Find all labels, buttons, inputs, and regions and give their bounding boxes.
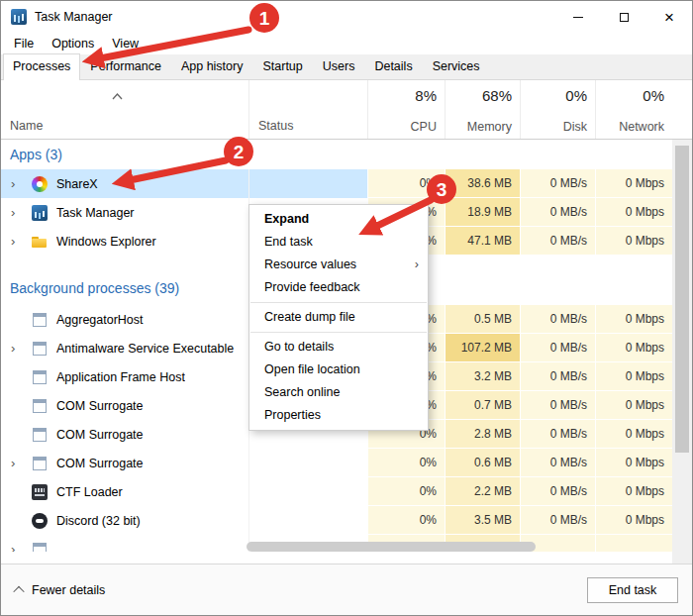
process-name: Discord (32 bit) <box>56 514 141 528</box>
disk-cell: 0 MB/s <box>520 449 595 477</box>
status-column-label: Status <box>258 119 293 133</box>
context-menu-item-end-task[interactable]: End task <box>249 231 428 254</box>
ctf-loader-icon <box>32 484 48 500</box>
process-row-ctf-loader[interactable]: CTF Loader 0% 2.2 MB 0 MB/s 0 Mbps <box>1 477 672 506</box>
tab-performance[interactable]: Performance <box>80 53 171 79</box>
process-name: COM Surrogate <box>56 399 144 413</box>
disk-cell: 0 MB/s <box>520 477 595 506</box>
network-cell: 0 Mbps <box>595 169 672 198</box>
process-name: Application Frame Host <box>56 370 185 384</box>
tab-startup[interactable]: Startup <box>252 53 312 79</box>
expand-chevron-icon[interactable]: › <box>8 341 32 356</box>
status-cell <box>248 477 367 506</box>
vertical-scrollbar-thumb[interactable] <box>675 146 689 453</box>
generic-process-icon <box>32 369 48 385</box>
submenu-chevron-icon: › <box>415 254 419 276</box>
context-menu-item-search-online[interactable]: Search online <box>249 381 428 404</box>
menu-file[interactable]: File <box>5 35 43 52</box>
titlebar: Task Manager × <box>1 1 692 33</box>
tab-details[interactable]: Details <box>364 53 422 79</box>
generic-process-icon <box>32 312 48 328</box>
network-cell: 0 Mbps <box>595 449 672 477</box>
memory-cell: 38.6 MB <box>445 169 520 198</box>
maximize-button[interactable] <box>601 1 646 33</box>
cpu-cell: 0% <box>367 506 445 535</box>
memory-cell: 3.5 MB <box>445 506 520 535</box>
context-menu-item-properties[interactable]: Properties <box>249 404 428 427</box>
column-header-row: Name Status 8% CPU 68% Memory 0% Disk 0%… <box>1 80 692 140</box>
context-menu-item-open-file-location[interactable]: Open file location <box>249 359 428 381</box>
name-column-label: Name <box>10 119 43 133</box>
network-cell: 0 Mbps <box>595 420 672 449</box>
task-manager-app-icon <box>11 9 27 25</box>
expand-chevron-icon[interactable]: › <box>8 456 32 470</box>
process-name: CTF Loader <box>56 485 123 499</box>
network-cell: 0 Mbps <box>595 477 672 506</box>
network-cell: 0 Mbps <box>595 227 672 256</box>
cpu-cell: 0% <box>367 449 445 477</box>
column-header-cpu[interactable]: 8% CPU <box>367 80 445 139</box>
column-header-network[interactable]: 0% Network <box>595 80 672 139</box>
memory-column-label: Memory <box>467 120 512 134</box>
cpu-cell: 0% <box>367 169 445 198</box>
menu-view[interactable]: View <box>103 35 148 52</box>
generic-process-icon <box>32 398 48 414</box>
context-menu-item-provide-feedback[interactable]: Provide feedback <box>249 276 428 299</box>
process-name: Windows Explorer <box>56 235 156 249</box>
context-menu-item-expand[interactable]: Expand <box>249 208 428 231</box>
cpu-column-label: CPU <box>411 120 437 134</box>
sharex-icon <box>32 176 48 192</box>
column-header-status[interactable]: Status <box>248 80 367 139</box>
expand-chevron-icon[interactable]: › <box>8 234 32 249</box>
tab-services[interactable]: Services <box>423 53 490 79</box>
vertical-scrollbar[interactable] <box>672 140 692 564</box>
memory-cell: 47.1 MB <box>445 227 520 256</box>
menu-separator <box>250 302 427 303</box>
memory-cell: 18.9 MB <box>445 198 520 227</box>
resource-values-label: Resource values <box>264 257 356 271</box>
memory-cell: 2.2 MB <box>445 477 520 506</box>
fewer-details-toggle[interactable]: Fewer details <box>15 583 105 597</box>
column-header-memory[interactable]: 68% Memory <box>445 80 520 139</box>
context-menu-item-create-dump-file[interactable]: Create dump file <box>249 306 428 329</box>
process-row-sharex[interactable]: › ShareX 0% 38.6 MB 0 MB/s 0 Mbps <box>1 169 672 198</box>
tab-app-history[interactable]: App history <box>171 53 253 79</box>
process-name: AggregatorHost <box>56 313 144 327</box>
menu-options[interactable]: Options <box>43 35 103 52</box>
chevron-up-icon <box>13 585 24 596</box>
network-total-percent: 0% <box>643 87 664 104</box>
memory-cell: 0.7 MB <box>445 391 520 420</box>
disk-column-label: Disk <box>563 120 587 134</box>
horizontal-scrollbar-thumb[interactable] <box>247 542 536 552</box>
menubar: File Options View <box>1 33 692 54</box>
context-menu-item-resource-values[interactable]: Resource values › <box>249 254 428 276</box>
cpu-total-percent: 8% <box>415 87 437 104</box>
close-button[interactable]: × <box>646 1 692 33</box>
disk-cell: 0 MB/s <box>520 227 595 256</box>
process-name: Task Manager <box>56 206 135 220</box>
disk-cell: 0 MB/s <box>520 420 595 449</box>
disk-cell: 0 MB/s <box>520 305 595 334</box>
sort-ascending-icon <box>112 86 123 104</box>
discord-icon <box>32 513 48 529</box>
window-controls: × <box>555 1 692 33</box>
network-cell: 0 Mbps <box>595 362 672 391</box>
tab-users[interactable]: Users <box>313 53 365 79</box>
process-row-com-surrogate[interactable]: › COM Surrogate 0% 0.6 MB 0 MB/s 0 Mbps <box>1 449 672 477</box>
memory-cell: 3.2 MB <box>445 362 520 391</box>
list-bottom-edge <box>1 552 672 564</box>
tab-processes[interactable]: Processes <box>3 53 80 80</box>
generic-process-icon <box>32 456 48 471</box>
end-task-button[interactable]: End task <box>587 577 678 603</box>
disk-cell: 0 MB/s <box>520 506 595 535</box>
process-name: ShareX <box>56 177 98 191</box>
expand-chevron-icon[interactable]: › <box>8 205 32 220</box>
column-header-name[interactable]: Name <box>1 80 248 139</box>
process-row-discord[interactable]: Discord (32 bit) 0% 3.5 MB 0 MB/s 0 Mbps <box>1 506 672 535</box>
expand-chevron-icon[interactable]: › <box>8 176 32 191</box>
context-menu-item-go-to-details[interactable]: Go to details <box>249 336 428 359</box>
minimize-button[interactable] <box>555 1 601 33</box>
window-title: Task Manager <box>35 10 113 24</box>
cpu-cell: 0% <box>367 477 445 506</box>
column-header-disk[interactable]: 0% Disk <box>520 80 595 139</box>
